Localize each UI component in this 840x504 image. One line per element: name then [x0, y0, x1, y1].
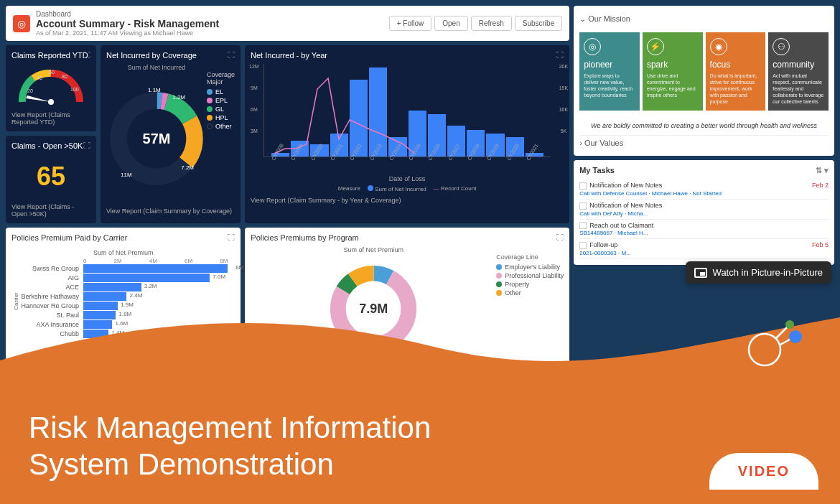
- chart-subtitle: Sum of Net Premium: [251, 246, 496, 253]
- claims-open-value: 65: [11, 154, 90, 199]
- chart-subtitle: Sum of Net Incurred: [106, 64, 207, 71]
- legend-title: Coverage Line: [496, 253, 564, 261]
- task-row[interactable]: Reach out to ClaimantSB14485667 · Michae…: [579, 220, 829, 240]
- chart-subtitle: Sum of Net Premium: [19, 249, 228, 256]
- expand-icon[interactable]: ⛶: [228, 51, 235, 59]
- svg-text:80: 80: [62, 74, 67, 79]
- refresh-button[interactable]: Refresh: [471, 16, 512, 31]
- legend-item: EL: [207, 88, 235, 95]
- tasks-title: My Tasks: [579, 166, 615, 175]
- legend-item: Sum of Net Incurred: [368, 185, 426, 192]
- hbar-row: AIG7.0M: [19, 274, 228, 282]
- donut-center-value: 57M: [143, 131, 171, 147]
- svg-line-17: [775, 326, 788, 339]
- follow-button[interactable]: + Follow: [389, 16, 432, 31]
- legend-item: Professional Liability: [496, 272, 564, 279]
- mission-tile: ◎pioneerExplore ways to deliver new valu…: [579, 32, 640, 111]
- svg-marker-5: [26, 95, 51, 102]
- legend-item: HPL: [207, 114, 235, 121]
- mission-tile: ⚡sparkUse drive and commitment to energi…: [643, 32, 703, 111]
- mission-card: ⌄ Our Mission ◎pioneerExplore ways to de…: [574, 6, 834, 156]
- legend-item: GL: [207, 106, 235, 113]
- legend-item: — Record Count: [434, 185, 477, 192]
- breadcrumb: Dashboard: [36, 10, 219, 18]
- mission-tile: ◉focusDo what is important, strive for c…: [706, 32, 766, 111]
- legend-item: Other: [207, 123, 235, 130]
- gauge-chart: 20 40 60 80 100: [11, 62, 90, 109]
- widget-title: Policies Premiums by Program: [251, 233, 564, 242]
- legend-item: Employer's Liability: [496, 263, 564, 271]
- legend-title: Coverage Major: [207, 71, 235, 85]
- expand-icon[interactable]: ⛶: [556, 51, 564, 59]
- logo-icon: [739, 310, 804, 375]
- bar-chart: [263, 64, 551, 157]
- mission-toggle[interactable]: ⌄ Our Mission: [579, 11, 829, 27]
- view-report-link[interactable]: View Report (Claim Summary by Coverage): [106, 207, 235, 215]
- mission-statement: We are boldly committed to creating a be…: [579, 116, 829, 135]
- widget-title: Net Incurred - by Year: [251, 51, 564, 60]
- widget-title: Policies Premium Paid by Carrier: [11, 233, 235, 242]
- net-coverage-widget: Net Incurred by Coverage ⛶ Sum of Net In…: [101, 45, 241, 223]
- tasks-filter-icon[interactable]: ⇅ ▾: [816, 166, 829, 175]
- page-subtitle: As of Mar 2, 2021, 11:47 AM Viewing as M…: [36, 29, 219, 37]
- video-badge[interactable]: VIDEO: [709, 453, 818, 490]
- svg-text:100: 100: [70, 87, 79, 92]
- widget-title: Claims Reported YTD: [11, 51, 90, 60]
- svg-point-19: [785, 320, 794, 329]
- x-axis-label: Date of Loss: [251, 175, 564, 182]
- widget-title: Net Incurred by Coverage: [106, 51, 235, 60]
- dashboard-header: ◎ Dashboard Account Summary - Risk Manag…: [6, 6, 569, 41]
- tasks-card: My Tasks ⇅ ▾ Notification of New NotesFe…: [574, 160, 834, 265]
- task-row[interactable]: Notification of New NotesCall with Def A…: [579, 200, 829, 220]
- svg-point-6: [48, 99, 54, 105]
- svg-text:20: 20: [27, 88, 33, 93]
- view-report-link[interactable]: View Report (Claims Reported YTD): [11, 111, 90, 126]
- mission-tile: ⚇communityAct with mutual respect, commu…: [768, 32, 829, 111]
- pip-icon: [694, 268, 707, 278]
- open-button[interactable]: Open: [434, 16, 467, 31]
- expand-icon[interactable]: ⛶: [556, 233, 564, 241]
- legend-item: EPL: [207, 97, 235, 104]
- dashboard-icon: ◎: [13, 15, 30, 32]
- view-report-link[interactable]: View Report (Claims - Open >50K): [11, 203, 90, 218]
- values-toggle[interactable]: › Our Values: [579, 135, 829, 150]
- legend-item: Other: [496, 289, 564, 297]
- expand-icon[interactable]: ⛶: [228, 233, 235, 241]
- view-report-link[interactable]: View Report (Claim Summary - by Year & C…: [251, 197, 564, 204]
- page-title: Account Summary - Risk Management: [36, 18, 219, 29]
- svg-point-20: [789, 330, 802, 343]
- hbar-row: ACE3.2M: [19, 283, 228, 291]
- claims-ytd-widget: Claims Reported YTD ⛶ 20 40 60 80 100: [6, 45, 96, 131]
- task-row[interactable]: Notification of New NotesFeb 2Call with …: [579, 179, 829, 200]
- claims-open-widget: Claims - Open >50K ⛶ 65 View Report (Cla…: [6, 136, 96, 223]
- subscribe-button[interactable]: Subscribe: [515, 16, 562, 31]
- task-row[interactable]: Follow-upFeb 52021-0000363 · M...: [579, 239, 829, 259]
- hbar-row: Berkshire Hathaway2.4M: [19, 292, 228, 301]
- overlay-title: Risk Management Information System Demon…: [29, 410, 431, 482]
- svg-text:40: 40: [37, 75, 42, 80]
- widget-title: Claims - Open >50K: [11, 141, 90, 150]
- net-year-widget: Net Incurred - by Year ⛶ 12M9M6M3M 20K15…: [245, 45, 569, 223]
- pip-button[interactable]: Watch in Picture-in-Picture: [686, 261, 831, 284]
- hbar-row: Swiss Re Group8M: [19, 264, 228, 273]
- expand-icon[interactable]: ⛶: [83, 51, 90, 59]
- expand-icon[interactable]: ⛶: [83, 141, 90, 149]
- legend-item: Property: [496, 281, 564, 288]
- svg-text:60: 60: [49, 70, 55, 75]
